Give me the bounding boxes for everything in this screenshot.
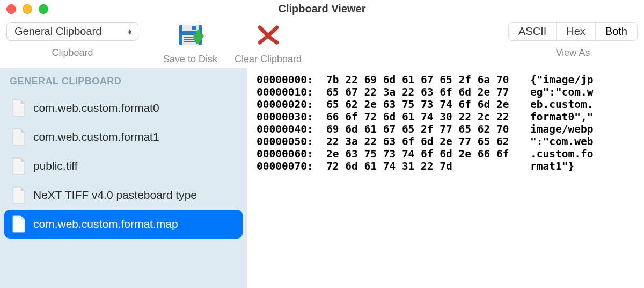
hex-ascii: image/webp bbox=[530, 123, 593, 135]
hex-offset: 00000030: bbox=[257, 111, 326, 123]
hex-bytes: 2e 63 75 73 74 6f 6d 2e 66 6f bbox=[326, 148, 530, 160]
save-icon bbox=[177, 22, 204, 47]
clipboard-dropdown-value: General Clipboard bbox=[14, 25, 101, 38]
viewas-ascii-button[interactable]: ASCII bbox=[509, 23, 557, 40]
titlebar: Clipboard Viewer bbox=[0, 0, 644, 18]
save-label: Save to Disk bbox=[163, 54, 217, 65]
window: Clipboard Viewer General Clipboard ▲▼ Cl… bbox=[0, 0, 644, 288]
list-item-label: NeXT TIFF v4.0 pasteboard type bbox=[33, 189, 197, 201]
hex-row: 00000050:22 3a 22 63 6f 6d 2e 77 65 62":… bbox=[257, 135, 634, 148]
hex-row: 00000070:72 6d 61 74 31 22 7drmat1"} bbox=[257, 160, 634, 172]
viewas-hex-button[interactable]: Hex bbox=[557, 23, 596, 40]
list-item[interactable]: com.web.custom.format1 bbox=[0, 123, 247, 152]
close-icon[interactable] bbox=[6, 4, 16, 14]
file-icon bbox=[12, 215, 26, 233]
svg-rect-2 bbox=[192, 26, 196, 30]
hex-ascii: {"image/jp bbox=[530, 74, 593, 86]
svg-rect-1 bbox=[182, 25, 199, 31]
hex-offset: 00000000: bbox=[257, 74, 326, 86]
x-icon bbox=[257, 22, 280, 47]
save-to-disk-button[interactable]: Save to Disk bbox=[163, 22, 217, 65]
hex-offset: 00000050: bbox=[257, 135, 326, 148]
list-item-label: com.web.custom.format1 bbox=[33, 131, 159, 143]
hex-offset: 00000040: bbox=[257, 123, 326, 135]
hex-bytes: 66 6f 72 6d 61 74 30 22 2c 22 bbox=[326, 111, 530, 123]
chevron-updown-icon: ▲▼ bbox=[127, 29, 133, 34]
window-title: Clipboard Viewer bbox=[278, 3, 365, 15]
hex-ascii: format0"," bbox=[530, 111, 593, 123]
file-icon bbox=[12, 186, 26, 204]
toolbar: General Clipboard ▲▼ Clipboard bbox=[0, 18, 644, 68]
list-item-label: com.web.custom.format0 bbox=[33, 102, 159, 114]
clipboard-group: General Clipboard ▲▼ Clipboard bbox=[6, 22, 138, 59]
viewas-group: ASCII Hex Both View As bbox=[508, 22, 638, 59]
zoom-icon[interactable] bbox=[39, 4, 48, 14]
list-item-label: com.web.custom.format.map bbox=[33, 218, 178, 231]
hex-ascii: ":"com.web bbox=[530, 135, 593, 148]
hex-bytes: 22 3a 22 63 6f 6d 2e 77 65 62 bbox=[326, 135, 530, 148]
svg-rect-6 bbox=[184, 41, 197, 42]
hex-offset: 00000070: bbox=[257, 160, 326, 172]
sidebar: GENERAL CLIPBOARD com.web.custom.format0… bbox=[0, 68, 247, 288]
hex-row: 00000030:66 6f 72 6d 61 74 30 22 2c 22fo… bbox=[257, 111, 634, 123]
minimize-icon[interactable] bbox=[23, 4, 32, 14]
hex-ascii: eg":"com.w bbox=[530, 86, 593, 98]
hex-bytes: 65 67 22 3a 22 63 6f 6d 2e 77 bbox=[326, 86, 530, 98]
content: GENERAL CLIPBOARD com.web.custom.format0… bbox=[0, 68, 644, 288]
hex-offset: 00000060: bbox=[257, 148, 326, 160]
window-controls bbox=[6, 4, 48, 14]
hex-ascii: rmat1"} bbox=[530, 160, 574, 172]
list-item-label: public.tiff bbox=[33, 160, 78, 172]
clear-clipboard-button[interactable]: Clear Clipboard bbox=[235, 22, 302, 65]
list-item[interactable]: NeXT TIFF v4.0 pasteboard type bbox=[0, 181, 247, 210]
viewas-label: View As bbox=[556, 47, 590, 59]
hex-ascii: .custom.fo bbox=[530, 148, 593, 160]
hex-row: 00000040:69 6d 61 67 65 2f 77 65 62 70im… bbox=[257, 123, 634, 135]
clear-label: Clear Clipboard bbox=[235, 54, 302, 65]
hex-offset: 00000020: bbox=[257, 98, 326, 111]
viewas-segmented: ASCII Hex Both bbox=[508, 22, 638, 41]
file-icon bbox=[12, 157, 26, 175]
hex-bytes: 72 6d 61 74 31 22 7d bbox=[326, 160, 530, 172]
clipboard-dropdown[interactable]: General Clipboard ▲▼ bbox=[6, 22, 138, 41]
hex-row: 00000010:65 67 22 3a 22 63 6f 6d 2e 77eg… bbox=[257, 86, 634, 98]
file-icon bbox=[12, 128, 26, 146]
list-item[interactable]: com.web.custom.format.map bbox=[4, 210, 243, 239]
hex-offset: 00000010: bbox=[257, 86, 326, 98]
hex-ascii: eb.custom. bbox=[530, 98, 593, 111]
list-item[interactable]: public.tiff bbox=[0, 152, 247, 181]
hex-row: 00000000:7b 22 69 6d 61 67 65 2f 6a 70{"… bbox=[257, 74, 634, 86]
clipboard-group-label: Clipboard bbox=[52, 47, 93, 59]
hex-view: 00000000:7b 22 69 6d 61 67 65 2f 6a 70{"… bbox=[247, 68, 644, 288]
sidebar-list: com.web.custom.format0 com.web.custom.fo… bbox=[0, 93, 247, 239]
hex-bytes: 69 6d 61 67 65 2f 77 65 62 70 bbox=[326, 123, 530, 135]
list-item[interactable]: com.web.custom.format0 bbox=[0, 93, 247, 123]
hex-bytes: 7b 22 69 6d 61 67 65 2f 6a 70 bbox=[326, 74, 530, 86]
sidebar-section-title: GENERAL CLIPBOARD bbox=[0, 74, 247, 93]
hex-bytes: 65 62 2e 63 75 73 74 6f 6d 2e bbox=[326, 98, 530, 111]
viewas-both-button[interactable]: Both bbox=[596, 23, 637, 40]
hex-row: 00000060:2e 63 75 73 74 6f 6d 2e 66 6f.c… bbox=[257, 148, 634, 160]
file-icon bbox=[12, 99, 26, 117]
hex-row: 00000020:65 62 2e 63 75 73 74 6f 6d 2eeb… bbox=[257, 98, 634, 111]
